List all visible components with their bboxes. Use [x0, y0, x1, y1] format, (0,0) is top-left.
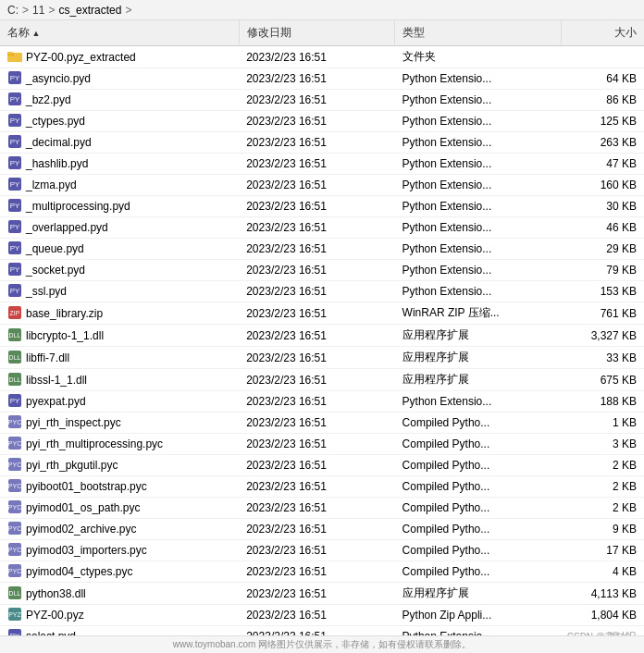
svg-text:PY: PY: [10, 223, 20, 231]
svg-text:PYC: PYC: [8, 419, 21, 425]
table-row[interactable]: PY_queue.pyd2023/2/23 16:51Python Extens…: [0, 239, 644, 260]
file-name: _ssl.pyd: [26, 285, 67, 298]
file-icon: PY: [7, 198, 22, 213]
file-date: 2023/2/23 16:51: [239, 434, 394, 455]
file-name-cell: PYpyexpat.pyd: [0, 391, 239, 413]
file-icon: PY: [7, 92, 22, 106]
table-row[interactable]: DLLlibssl-1_1.dll2023/2/23 16:51应用程序扩展67…: [0, 369, 644, 391]
table-row[interactable]: DLLpython38.dll2023/2/23 16:51应用程序扩展4,11…: [0, 583, 644, 605]
svg-text:DLL: DLL: [9, 590, 21, 597]
file-size: 4,113 KB: [561, 583, 644, 605]
table-row[interactable]: PY_socket.pyd2023/2/23 16:51Python Exten…: [0, 260, 644, 281]
file-type: Python Zip Appli...: [395, 605, 562, 626]
file-icon: PY: [7, 262, 22, 277]
table-row[interactable]: ZIPbase_library.zip2023/2/23 16:51WinRAR…: [0, 302, 644, 325]
table-row[interactable]: PYZPYZ-00.pyz2023/2/23 16:51Python Zip A…: [0, 605, 644, 626]
file-date: 2023/2/23 16:51: [239, 175, 394, 196]
file-type: Python Extensio...: [395, 196, 562, 217]
table-row[interactable]: PY_lzma.pyd2023/2/23 16:51Python Extensi…: [0, 175, 644, 196]
file-size: 64 KB: [561, 68, 644, 90]
file-date: 2023/2/23 16:51: [239, 583, 394, 605]
table-header-row: 名称 修改日期 类型 大小: [0, 20, 644, 46]
svg-text:DLL: DLL: [9, 354, 21, 361]
file-date: 2023/2/23 16:51: [239, 391, 394, 413]
col-header-date[interactable]: 修改日期: [239, 20, 394, 46]
file-name: _queue.pyd: [26, 242, 84, 255]
table-row[interactable]: PYCpyi_rth_pkgutil.pyc2023/2/23 16:51Com…: [0, 455, 644, 476]
svg-rect-2: [7, 52, 13, 55]
svg-text:PY: PY: [10, 287, 20, 295]
file-name: pyiboot01_bootstrap.pyc: [26, 480, 147, 493]
table-row[interactable]: PY_ssl.pyd2023/2/23 16:51Python Extensio…: [0, 281, 644, 302]
table-row[interactable]: PYCpyimod01_os_path.pyc2023/2/23 16:51Co…: [0, 498, 644, 519]
col-header-size[interactable]: 大小: [561, 20, 644, 46]
file-icon: DLL: [7, 350, 22, 364]
file-icon: PY: [7, 219, 22, 234]
table-row[interactable]: PY_ctypes.pyd2023/2/23 16:51Python Exten…: [0, 111, 644, 132]
file-name: pyimod03_importers.pyc: [26, 544, 147, 557]
file-size: 33 KB: [561, 347, 644, 369]
table-row[interactable]: PYCpyimod03_importers.pyc2023/2/23 16:51…: [0, 540, 644, 561]
table-row[interactable]: PYCpyi_rth_multiprocessing.pyc2023/2/23 …: [0, 434, 644, 455]
table-row[interactable]: PY_decimal.pyd2023/2/23 16:51Python Exte…: [0, 132, 644, 154]
col-header-name[interactable]: 名称: [0, 20, 239, 46]
svg-text:PYC: PYC: [8, 504, 21, 511]
file-type: Python Extensio...: [395, 281, 562, 302]
table-row[interactable]: PY_asyncio.pyd2023/2/23 16:51Python Exte…: [0, 68, 644, 90]
file-date: 2023/2/23 16:51: [239, 347, 394, 369]
file-name: _bz2.pyd: [26, 93, 71, 106]
file-type: Python Extensio...: [395, 260, 562, 281]
file-size: 263 KB: [561, 132, 644, 154]
file-name-cell: DLLlibcrypto-1_1.dll: [0, 325, 239, 347]
table-row[interactable]: DLLlibcrypto-1_1.dll2023/2/23 16:51应用程序扩…: [0, 325, 644, 347]
file-icon: PY: [7, 155, 22, 170]
file-type: Compiled Pytho...: [395, 519, 562, 540]
file-name-cell: PY_asyncio.pyd: [0, 68, 239, 90]
file-icon: PYC: [7, 499, 22, 514]
file-name-cell: PYCpyimod03_importers.pyc: [0, 540, 239, 561]
table-row[interactable]: DLLlibffi-7.dll2023/2/23 16:51应用程序扩展33 K…: [0, 347, 644, 369]
svg-text:PY: PY: [10, 138, 20, 146]
file-size: 188 KB: [561, 391, 644, 413]
file-name: _lzma.pyd: [26, 179, 77, 191]
file-icon: DLL: [7, 327, 22, 342]
table-row[interactable]: PYCpyi_rth_inspect.pyc2023/2/23 16:51Com…: [0, 413, 644, 434]
file-date: 2023/2/23 16:51: [239, 498, 394, 519]
table-row[interactable]: PY_bz2.pyd2023/2/23 16:51Python Extensio…: [0, 90, 644, 111]
table-row[interactable]: PYCpyimod02_archive.pyc2023/2/23 16:51Co…: [0, 519, 644, 540]
breadcrumb-part-2[interactable]: cs_extracted: [58, 4, 121, 17]
file-icon: PYC: [7, 542, 22, 557]
file-name-cell: PYCpyimod01_os_path.pyc: [0, 498, 239, 519]
file-date: 2023/2/23 16:51: [239, 605, 394, 626]
svg-text:ZIP: ZIP: [10, 310, 20, 316]
file-size: 3,327 KB: [561, 325, 644, 347]
svg-text:PY: PY: [10, 159, 20, 167]
col-header-type[interactable]: 类型: [395, 20, 562, 46]
file-date: 2023/2/23 16:51: [239, 281, 394, 302]
file-name: _hashlib.pyd: [26, 157, 88, 170]
svg-text:PYZ: PYZ: [8, 611, 21, 618]
table-row[interactable]: PYpyexpat.pyd2023/2/23 16:51Python Exten…: [0, 391, 644, 413]
file-icon: PYC: [7, 436, 22, 450]
breadcrumb-sep-1: >: [48, 4, 55, 17]
file-name: _asyncio.pyd: [26, 72, 91, 85]
table-row[interactable]: PY_overlapped.pyd2023/2/23 16:51Python E…: [0, 217, 644, 239]
table-row[interactable]: PY_hashlib.pyd2023/2/23 16:51Python Exte…: [0, 154, 644, 175]
table-row[interactable]: PYCpyimod04_ctypes.pyc2023/2/23 16:51Com…: [0, 561, 644, 583]
file-type: Compiled Pytho...: [395, 455, 562, 476]
table-row[interactable]: PY_multiprocessing.pyd2023/2/23 16:51Pyt…: [0, 196, 644, 217]
file-type: Compiled Pytho...: [395, 540, 562, 561]
file-icon: PYC: [7, 414, 22, 429]
svg-text:PYC: PYC: [8, 525, 21, 532]
file-date: 2023/2/23 16:51: [239, 519, 394, 540]
file-size: 1,804 KB: [561, 605, 644, 626]
file-size: 160 KB: [561, 175, 644, 196]
table-row[interactable]: PYCpyiboot01_bootstrap.pyc2023/2/23 16:5…: [0, 476, 644, 498]
file-icon: PY: [7, 113, 22, 128]
breadcrumb-part-1[interactable]: 11: [32, 4, 44, 17]
breadcrumb-part-0[interactable]: C:: [7, 4, 19, 17]
file-icon: PYC: [7, 563, 22, 578]
file-size: 4 KB: [561, 561, 644, 583]
breadcrumb-sep-2: >: [125, 4, 131, 17]
table-row[interactable]: PYZ-00.pyz_extracted2023/2/23 16:51文件夹: [0, 46, 644, 68]
